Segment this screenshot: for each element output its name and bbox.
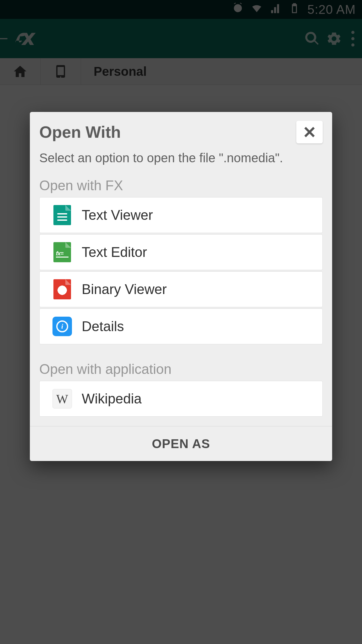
app-options-list: W Wikipedia bbox=[30, 381, 332, 417]
details-icon: i bbox=[52, 316, 72, 336]
option-binary-viewer[interactable]: Binary Viewer bbox=[39, 271, 323, 307]
option-label: Wikipedia bbox=[82, 391, 142, 407]
dialog-title: Open With bbox=[39, 123, 121, 142]
section-label-application: Open with application bbox=[30, 361, 332, 381]
fx-options-list: Text Viewer fx= Text Editor Binary Viewe… bbox=[30, 197, 332, 344]
option-label: Text Editor bbox=[82, 244, 147, 260]
option-label: Text Viewer bbox=[82, 207, 153, 223]
dialog-subtitle: Select an option to open the file ".nome… bbox=[30, 147, 332, 178]
close-button[interactable] bbox=[296, 121, 323, 143]
open-as-button[interactable]: OPEN AS bbox=[30, 426, 332, 461]
option-label: Details bbox=[82, 319, 124, 334]
binary-viewer-icon bbox=[52, 279, 72, 299]
open-with-dialog: Open With Select an option to open the f… bbox=[30, 112, 332, 461]
text-editor-icon: fx= bbox=[52, 242, 72, 262]
wikipedia-icon: W bbox=[52, 389, 72, 409]
option-wikipedia[interactable]: W Wikipedia bbox=[39, 381, 323, 417]
text-viewer-icon bbox=[52, 205, 72, 225]
option-text-editor[interactable]: fx= Text Editor bbox=[39, 234, 323, 270]
option-details[interactable]: i Details bbox=[39, 308, 323, 344]
option-text-viewer[interactable]: Text Viewer bbox=[39, 197, 323, 233]
section-label-fx: Open with FX bbox=[30, 178, 332, 197]
option-label: Binary Viewer bbox=[82, 281, 167, 297]
